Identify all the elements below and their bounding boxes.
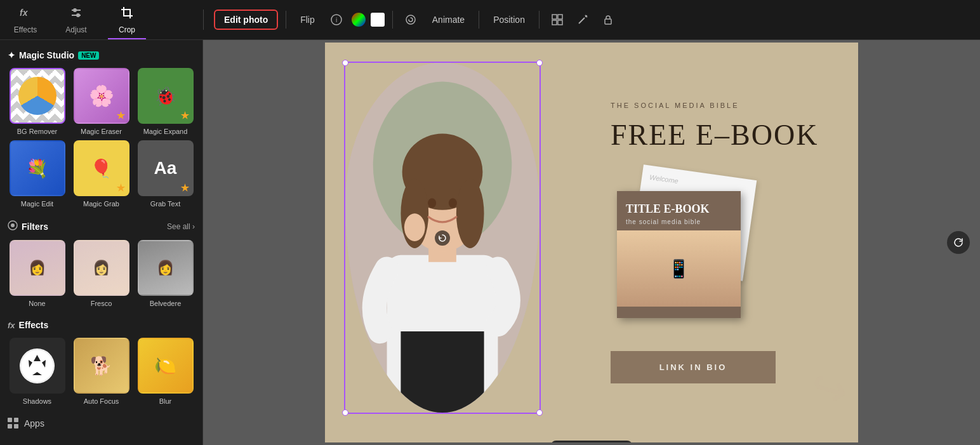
shadows-item[interactable]: Shadows — [8, 338, 67, 405]
lock-icon[interactable] — [598, 10, 618, 30]
filter-icon — [8, 220, 18, 232]
divider-3 — [479, 11, 479, 29]
divider-1 — [286, 11, 286, 29]
animate-button[interactable]: Animate — [426, 11, 471, 29]
bg-remover-item[interactable]: BG Remover — [8, 68, 67, 135]
refresh-button[interactable] — [947, 231, 970, 254]
filters-see-all[interactable]: See all › — [167, 222, 195, 231]
magic-expand-thumb: 🐞 — [138, 68, 194, 124]
tab-effects[interactable]: fx Effects — [0, 0, 51, 39]
bg-remover-ball — [18, 77, 56, 115]
filter-none-item[interactable]: 👩 None — [8, 240, 67, 307]
bg-remover-thumb — [10, 68, 65, 124]
effects-title: fx Effects — [8, 320, 195, 330]
filter-fresco-thumb: 👩 — [74, 240, 129, 296]
magic-grab-label: Magic Grab — [83, 200, 119, 208]
shadows-thumb — [10, 338, 65, 394]
tab-adjust[interactable]: Adjust — [51, 0, 102, 39]
filter-none-thumb: 👩 — [10, 240, 65, 296]
tab-crop[interactable]: Crop — [102, 0, 152, 39]
book-front-title: TITLE E-BOOK — [617, 191, 741, 219]
star-badge-3 — [117, 183, 126, 192]
divider-4 — [539, 11, 540, 29]
crop-icon — [120, 6, 134, 23]
divider-2 — [392, 11, 393, 29]
effects-icon: fx — [18, 6, 32, 23]
svg-point-17 — [21, 349, 54, 382]
svg-rect-11 — [558, 20, 562, 25]
star-badge-2 — [181, 111, 190, 120]
svg-point-33 — [404, 213, 425, 241]
apps-row[interactable]: Apps — [8, 418, 195, 429]
filter-belvedere-item[interactable]: 👩 Belvedere — [136, 240, 195, 307]
position-button[interactable]: Position — [487, 11, 531, 29]
auto-focus-item[interactable]: 🐕 Auto Focus — [72, 338, 131, 405]
magic-expand-item[interactable]: 🐞 Magic Expand — [136, 68, 195, 135]
new-badge: NEW — [78, 51, 99, 60]
canvas-area[interactable]: THE SOCIAL MEDIA BIBLE FREE E–BOOK Welco… — [203, 40, 980, 445]
svg-text:fx: fx — [20, 8, 29, 18]
blur-label: Blur — [159, 397, 172, 405]
filters-section: Filters See all › 👩 None 👩 Fresco — [8, 220, 195, 307]
svg-text:i: i — [336, 17, 337, 23]
tab-adjust-label: Adjust — [65, 25, 86, 34]
star-badge — [117, 111, 126, 120]
magic-studio-grid: BG Remover 🌸 Magic Eraser 🐞 Ma — [8, 68, 195, 208]
design-right: THE SOCIAL MEDIA BIBLE FREE E–BOOK Welco… — [592, 43, 858, 442]
shadows-label: Shadows — [23, 397, 51, 405]
filter-fresco-item[interactable]: 👩 Fresco — [72, 240, 131, 307]
toolbar-left-tabs: fx Effects Adjust — [0, 0, 203, 39]
svg-line-12 — [579, 18, 585, 23]
tab-crop-label: Crop — [119, 25, 135, 34]
star-badge-4 — [181, 183, 190, 192]
handle-bottom-right[interactable] — [536, 409, 543, 416]
svg-rect-25 — [401, 331, 484, 413]
magic-edit-item[interactable]: 💐 Magic Edit — [8, 140, 67, 208]
wand-icon[interactable] — [573, 10, 593, 30]
book-front-subtitle: the social media bible — [617, 218, 741, 225]
handle-top-left[interactable] — [342, 60, 348, 66]
cta-button[interactable]: LINK IN BIO — [611, 351, 776, 383]
apps-section[interactable]: Apps — [8, 418, 195, 429]
svg-point-7 — [406, 15, 415, 24]
color-picker-gradient[interactable] — [352, 13, 366, 27]
bottom-action-bar — [551, 441, 632, 442]
sparkle-icon: ✦ — [8, 50, 15, 60]
magic-eraser-item[interactable]: 🌸 Magic Eraser — [72, 68, 131, 135]
soccer-ball — [20, 349, 55, 383]
filter-belvedere-thumb: 👩 — [138, 240, 194, 296]
design-subtitle: THE SOCIAL MEDIA BIBLE — [611, 102, 839, 109]
svg-point-30 — [456, 179, 484, 248]
svg-rect-8 — [552, 15, 557, 19]
magic-grab-item[interactable]: 🎈 Magic Grab — [72, 140, 131, 208]
blur-item[interactable]: 🍋 Blur — [136, 338, 195, 405]
animate-icon[interactable] — [401, 10, 421, 30]
filters-title: Filters See all › — [8, 220, 195, 232]
filter-fresco-label: Fresco — [91, 300, 112, 307]
tab-effects-label: Effects — [14, 25, 37, 34]
photo-element[interactable] — [344, 62, 541, 414]
magic-eraser-label: Magic Eraser — [81, 128, 122, 135]
svg-rect-15 — [605, 19, 611, 24]
curved-arrow: ↩ — [805, 362, 853, 415]
grab-text-item[interactable]: Aa Grab Text — [136, 140, 195, 208]
effects-section: fx Effects — [8, 320, 195, 405]
effects-grid: Shadows 🐕 Auto Focus 🍋 Blur — [8, 338, 195, 405]
grab-text-label: Grab Text — [150, 200, 181, 208]
apps-label: Apps — [24, 418, 44, 428]
svg-point-31 — [428, 198, 436, 208]
flip-button[interactable]: Flip — [294, 11, 321, 29]
handle-bottom-left[interactable] — [342, 409, 348, 416]
magic-grab-thumb: 🎈 — [74, 140, 129, 196]
grid-icon[interactable] — [547, 10, 567, 30]
edit-photo-button[interactable]: Edit photo — [214, 10, 278, 30]
info-button[interactable]: i — [326, 10, 347, 30]
magic-edit-label: Magic Edit — [21, 200, 53, 208]
left-panel: ✦ Magic Studio NEW BG Remover 🌸 — [0, 40, 203, 445]
bg-remover-label: BG Remover — [17, 128, 58, 135]
toolbar: fx Effects Adjust — [0, 0, 980, 40]
auto-focus-label: Auto Focus — [84, 397, 119, 405]
rotate-handle[interactable] — [435, 230, 450, 246]
color-picker-white[interactable] — [371, 13, 385, 27]
handle-top-right[interactable] — [536, 60, 543, 66]
